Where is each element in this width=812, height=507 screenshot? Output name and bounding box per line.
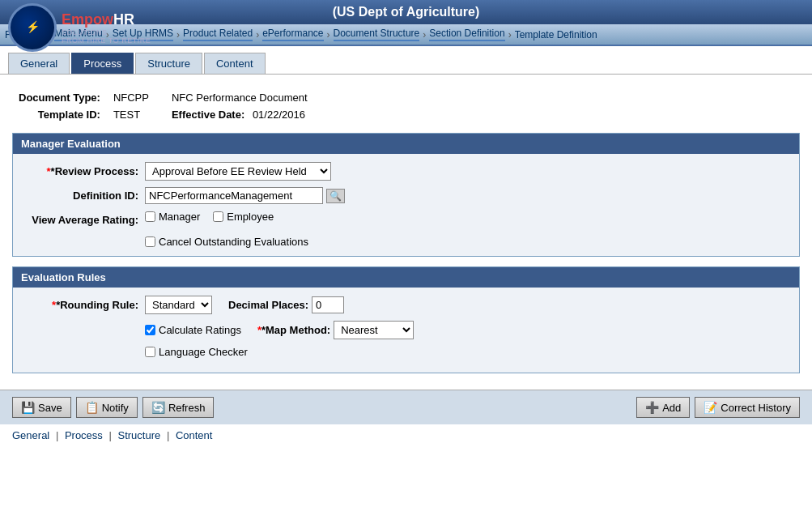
employee-checkbox-item: Employee	[213, 211, 274, 223]
cancel-checkbox-item: Cancel Outstanding Evaluations	[145, 236, 787, 248]
save-icon: 💾	[21, 401, 35, 414]
view-average-label: View Average Rating:	[25, 214, 138, 226]
nav-template-definition[interactable]: Template Definition	[515, 29, 597, 40]
manager-checkbox[interactable]	[145, 211, 155, 222]
rounding-rule-select[interactable]: Standard Up Down Truncate	[145, 296, 212, 314]
manager-evaluation-section: Manager Evaluation **Review Process: App…	[12, 133, 800, 257]
nav-sep-3: ›	[256, 29, 259, 40]
template-id-value: TEST	[107, 106, 155, 123]
tab-process[interactable]: Process	[71, 53, 134, 74]
save-label: Save	[38, 402, 62, 414]
save-button[interactable]: 💾 Save	[12, 397, 71, 418]
nav-sep-2: ›	[176, 29, 180, 40]
page-header: ⚡ EmpowHR SOLUTIONS FROM HIRE TO RETIRE …	[0, 0, 812, 24]
nav-sep-4: ›	[327, 29, 330, 40]
definition-id-search-icon[interactable]: 🔍	[326, 189, 345, 203]
bottom-buttons-bar: 💾 Save 📋 Notify 🔄 Refresh ➕ Add 📝 Correc…	[0, 390, 812, 424]
logo-icon: ⚡	[26, 21, 40, 33]
definition-id-label: Definition ID:	[25, 190, 138, 202]
manager-evaluation-body: **Review Process: Approval Before EE Rev…	[13, 154, 799, 256]
add-icon: ➕	[645, 401, 659, 414]
review-process-label: **Review Process:	[25, 165, 138, 177]
tab-content[interactable]: Content	[204, 53, 266, 74]
brand-name: EmpowHR	[62, 11, 151, 28]
doc-type-code: NFCPP	[107, 89, 155, 106]
logo-text: EmpowHR SOLUTIONS FROM HIRE TO RETIRE	[62, 11, 151, 45]
employee-checkbox[interactable]	[213, 211, 223, 222]
add-button[interactable]: ➕ Add	[636, 397, 690, 418]
header-title: (US Dept of Agriculture)	[333, 5, 480, 19]
refresh-label: Refresh	[168, 402, 206, 414]
correct-history-icon: 📝	[704, 401, 717, 414]
rounding-rule-label: **Rounding Rule:	[25, 299, 138, 311]
calculate-ratings-checkbox-item: Calculate Ratings	[145, 324, 241, 336]
calculate-ratings-checkbox[interactable]	[145, 325, 155, 335]
bottom-links-bar: General | Process | Structure | Content	[0, 424, 812, 446]
evaluation-rules-section: Evaluation Rules **Rounding Rule: Standa…	[12, 266, 800, 373]
rounding-row: **Rounding Rule: Standard Up Down Trunca…	[25, 296, 787, 314]
correct-history-button[interactable]: 📝 Correct History	[695, 397, 800, 418]
cancel-row: Cancel Outstanding Evaluations	[145, 236, 787, 248]
tab-structure[interactable]: Structure	[135, 53, 202, 74]
language-checker-checkbox[interactable]	[145, 347, 155, 357]
review-process-select[interactable]: Approval Before EE Review Held Approval …	[145, 162, 331, 181]
refresh-button[interactable]: 🔄 Refresh	[142, 397, 215, 418]
calculate-ratings-label: Calculate Ratings	[159, 324, 241, 336]
cancel-checkbox-label: Cancel Outstanding Evaluations	[159, 236, 308, 248]
language-checker-row: Language Checker	[25, 346, 787, 358]
add-label: Add	[662, 402, 681, 414]
nav-section-definition[interactable]: Section Definition	[429, 28, 504, 41]
bottom-link-process[interactable]: Process	[65, 429, 103, 441]
cancel-checkbox[interactable]	[145, 236, 155, 247]
decimal-places-input[interactable]	[312, 296, 344, 313]
manager-checkbox-item: Manager	[145, 211, 200, 223]
review-process-row: **Review Process: Approval Before EE Rev…	[25, 162, 787, 181]
employee-checkbox-label: Employee	[227, 211, 274, 223]
content-area: Document Type: NFCPP NFC Performance Doc…	[0, 83, 812, 390]
effective-date-label: Effective Date:	[172, 109, 244, 121]
language-checker-label: Language Checker	[159, 346, 248, 358]
correct-history-label: Correct History	[721, 402, 791, 414]
link-sep-1: |	[108, 429, 111, 441]
view-average-row: View Average Rating: Manager Employee	[25, 211, 787, 229]
nav-eperformance[interactable]: ePerformance	[262, 28, 323, 41]
nav-sep-6: ›	[508, 29, 512, 40]
notify-label: Notify	[102, 402, 129, 414]
definition-id-row: Definition ID: 🔍	[25, 187, 787, 204]
manager-checkbox-label: Manager	[159, 211, 200, 223]
decimal-places-label: Decimal Places:	[228, 299, 308, 311]
document-info: Document Type: NFCPP NFC Performance Doc…	[12, 89, 800, 123]
bottom-link-content[interactable]: Content	[176, 429, 213, 441]
bottom-link-general[interactable]: General	[12, 429, 49, 441]
template-id-label: Template ID:	[12, 106, 107, 123]
map-method-label: **Map Method:	[257, 324, 330, 336]
nav-product-related[interactable]: Product Related	[183, 28, 253, 41]
tab-general[interactable]: General	[8, 53, 70, 74]
calculate-ratings-row: Calculate Ratings **Map Method: Nearest …	[25, 321, 787, 339]
map-method-select[interactable]: Nearest Next Lower Next Higher	[334, 321, 414, 339]
language-checker-checkbox-item: Language Checker	[145, 346, 248, 358]
evaluation-rules-header: Evaluation Rules	[13, 267, 799, 288]
brand-sub2: FROM HIRE TO RETIRE	[62, 36, 151, 45]
view-average-checkboxes: Manager Employee	[145, 211, 274, 223]
doc-type-label: Document Type:	[12, 89, 107, 106]
definition-id-input[interactable]	[145, 187, 323, 204]
manager-evaluation-header: Manager Evaluation	[13, 134, 799, 154]
nav-sep-5: ›	[423, 29, 426, 40]
brand-sub1: SOLUTIONS	[62, 28, 151, 36]
bottom-link-structure[interactable]: Structure	[118, 429, 161, 441]
nav-document-structure[interactable]: Document Structure	[334, 28, 420, 41]
effective-date-value: 01/22/2016	[253, 109, 305, 121]
logo-circle: ⚡	[8, 3, 57, 52]
evaluation-rules-body: **Rounding Rule: Standard Up Down Trunca…	[13, 288, 799, 373]
link-sep-2: |	[167, 429, 169, 441]
notify-icon: 📋	[85, 401, 99, 414]
doc-type-name: NFC Performance Document	[155, 89, 314, 106]
link-sep-0: |	[56, 429, 58, 441]
refresh-icon: 🔄	[151, 401, 165, 414]
logo-area: ⚡ EmpowHR SOLUTIONS FROM HIRE TO RETIRE	[8, 3, 151, 52]
notify-button[interactable]: 📋 Notify	[76, 397, 138, 418]
